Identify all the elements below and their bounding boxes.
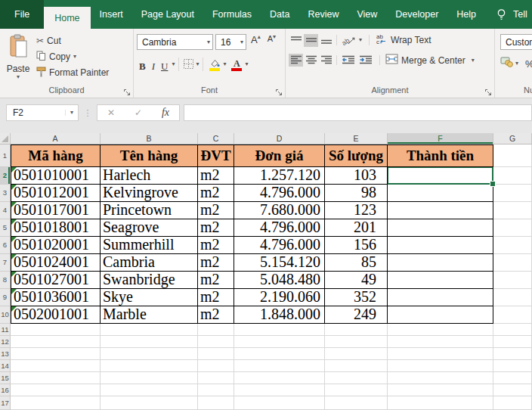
cell-A8[interactable]: 0501027001 [11,272,101,289]
cell-G8[interactable] [493,272,532,289]
row-header-14[interactable]: 14 [0,360,11,372]
underline-caret-icon[interactable]: ▾ [172,61,175,67]
cell-A14[interactable] [11,360,101,372]
middle-align-button[interactable] [304,34,318,47]
tab-developer[interactable]: Developer [386,0,447,29]
tab-tell-me[interactable]: Tell [512,0,530,29]
cell-D3[interactable]: 4.796.000 [234,185,325,202]
shrink-font-button[interactable]: A▾ [265,34,278,50]
cell-F15[interactable] [388,372,493,384]
align-right-button[interactable] [319,54,333,67]
fill-color-button[interactable] [207,57,221,71]
cell-B4[interactable]: Princetown [101,202,198,219]
number-format-combo[interactable]: Custom [500,34,532,50]
percent-style-button[interactable]: % [521,58,532,70]
cell-B11[interactable] [101,324,198,336]
cell-A12[interactable] [11,336,101,348]
cell-C15[interactable] [198,372,234,384]
clipboard-dialog-launcher-icon[interactable] [123,88,131,95]
cell-B5[interactable]: Seagrove [101,219,198,237]
cell-E9[interactable]: 352 [325,289,388,306]
cell-F9[interactable] [388,289,493,306]
row-header-3[interactable]: 3 [0,185,11,202]
cell-F17[interactable] [388,396,493,410]
cell-D4[interactable]: 7.680.000 [234,202,325,219]
cell-E10[interactable]: 249 [325,306,388,324]
font-color-button[interactable]: A [227,58,243,71]
cell-B15[interactable] [101,372,198,384]
cell-B14[interactable] [101,360,198,372]
font-color-caret-icon[interactable]: ▾ [245,61,248,67]
cut-button[interactable]: ✂ Cut [36,35,109,47]
cell-G9[interactable] [493,289,532,306]
cell-A17[interactable] [11,396,101,410]
cell-D13[interactable] [234,348,325,360]
cell-A2[interactable]: 0501010001 [11,167,101,185]
cell-A3[interactable]: 0501012001 [11,185,101,202]
cell-F8[interactable] [388,272,493,289]
name-box-caret-icon[interactable]: ▾ [65,110,78,116]
cell-G1[interactable] [493,144,532,167]
cell-B1[interactable]: Tên hàng [101,144,198,167]
cell-E16[interactable] [325,384,388,396]
cell-D7[interactable]: 5.154.120 [234,254,325,272]
cell-F3[interactable] [388,185,493,202]
cell-A1[interactable]: Mã hàng [11,144,101,167]
top-align-button[interactable] [289,34,303,47]
cell-B7[interactable]: Cambria [101,254,198,272]
cell-D2[interactable]: 1.257.120 [234,167,325,185]
cell-A9[interactable]: 0501036001 [11,289,101,306]
accounting-format-caret-icon[interactable]: ▾ [515,61,518,67]
cell-F16[interactable] [388,384,493,396]
cell-C17[interactable] [198,396,234,410]
cell-C11[interactable] [198,324,234,336]
cell-F5[interactable] [388,219,493,237]
cell-C2[interactable]: m2 [198,167,234,185]
cell-B12[interactable] [101,336,198,348]
cell-F1[interactable]: Thành tiền [388,144,493,167]
tab-page-layout[interactable]: Page Layout [132,0,203,29]
cell-D16[interactable] [234,384,325,396]
cell-F4[interactable] [388,202,493,219]
cell-F11[interactable] [388,324,493,336]
tab-home[interactable]: Home [44,7,90,29]
cell-F2[interactable] [388,167,493,185]
column-header-A[interactable]: A [11,133,101,144]
cell-B16[interactable] [101,384,198,396]
enter-icon[interactable]: ✓ [135,107,142,118]
row-header-10[interactable]: 10 [0,306,11,324]
row-header-5[interactable]: 5 [0,219,11,237]
cell-B17[interactable] [101,396,198,410]
cell-D6[interactable]: 4.796.000 [234,237,325,254]
cell-D8[interactable]: 5.048.480 [234,272,325,289]
column-header-F[interactable]: F [388,133,493,144]
cell-F13[interactable] [388,348,493,360]
row-header-6[interactable]: 6 [0,237,11,254]
cell-G2[interactable] [493,167,532,185]
accounting-format-button[interactable] [500,57,513,70]
cell-G17[interactable] [493,396,532,410]
cell-F7[interactable] [388,254,493,272]
cell-E8[interactable]: 49 [325,272,388,289]
cell-C16[interactable] [198,384,234,396]
row-header-4[interactable]: 4 [0,202,11,219]
cell-A10[interactable]: 0502001001 [11,306,101,324]
cell-C6[interactable]: m2 [198,237,234,254]
cell-A15[interactable] [11,372,101,384]
cell-C9[interactable]: m2 [198,289,234,306]
tab-data[interactable]: Data [261,0,298,29]
cell-B9[interactable]: Skye [101,289,198,306]
tab-insert[interactable]: Insert [91,0,132,29]
column-header-G[interactable]: G [493,133,532,144]
cell-F12[interactable] [388,336,493,348]
grow-font-button[interactable]: A▴ [249,34,263,50]
borders-button[interactable] [183,56,194,73]
cell-G16[interactable] [493,384,532,396]
cell-E12[interactable] [325,336,388,348]
cell-C4[interactable]: m2 [198,202,234,219]
cell-G4[interactable] [493,202,532,219]
row-header-12[interactable]: 12 [0,336,11,348]
cell-E4[interactable]: 123 [325,202,388,219]
column-header-B[interactable]: B [101,133,198,144]
cell-C3[interactable]: m2 [198,185,234,202]
